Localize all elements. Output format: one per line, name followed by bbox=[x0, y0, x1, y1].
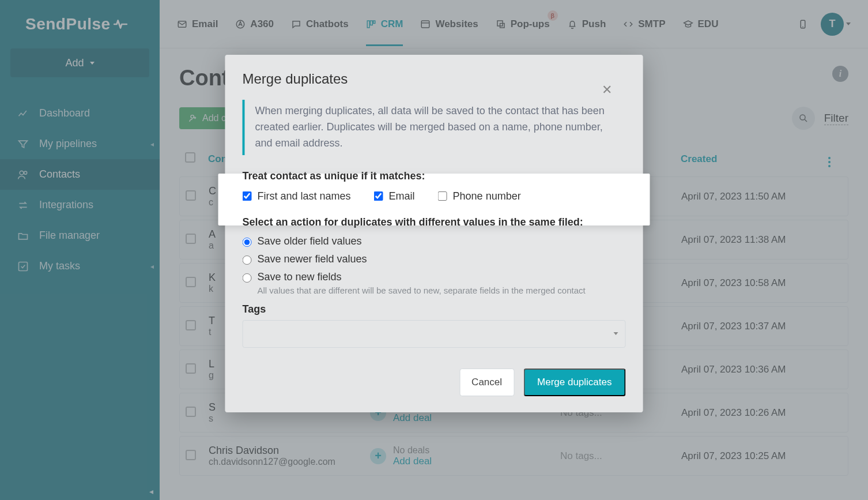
check-phone[interactable]: Phone number bbox=[438, 190, 521, 202]
radio-newer-label: Save newer field values bbox=[258, 253, 367, 265]
action-label: Select an action for duplicates with dif… bbox=[243, 216, 626, 228]
radio-newer-input[interactable] bbox=[243, 255, 252, 265]
unique-label: Treat contact as unique if it matches: bbox=[243, 170, 626, 182]
check-names[interactable]: First and last names bbox=[243, 190, 351, 202]
radio-older-label: Save older field values bbox=[258, 235, 362, 247]
modal-actions: Cancel Merge duplicates bbox=[243, 369, 626, 396]
radio-newfields-input[interactable] bbox=[243, 273, 252, 283]
merge-button[interactable]: Merge duplicates bbox=[523, 369, 625, 396]
close-icon[interactable]: ✕ bbox=[602, 82, 612, 97]
action-radios: Save older field values Save newer field… bbox=[243, 235, 626, 295]
unique-checks: First and last names Email Phone number bbox=[243, 190, 626, 202]
radio-older[interactable]: Save older field values bbox=[243, 235, 626, 247]
check-phone-input[interactable] bbox=[438, 191, 447, 201]
check-phone-label: Phone number bbox=[453, 190, 521, 202]
modal-title: Merge duplicates bbox=[243, 71, 626, 87]
tags-label: Tags bbox=[243, 303, 626, 315]
check-email[interactable]: Email bbox=[374, 190, 415, 202]
radio-newfields-desc: All values that are different will be sa… bbox=[258, 285, 626, 295]
check-email-input[interactable] bbox=[374, 191, 383, 201]
radio-newfields[interactable]: Save to new fields bbox=[243, 271, 626, 283]
modal-info: When merging duplicates, all data will b… bbox=[243, 100, 626, 155]
radio-newer[interactable]: Save newer field values bbox=[243, 253, 626, 265]
caret-down-icon bbox=[614, 332, 618, 335]
cancel-button[interactable]: Cancel bbox=[459, 369, 514, 396]
radio-newfields-label: Save to new fields bbox=[258, 271, 342, 283]
merge-duplicates-modal: ✕ Merge duplicates When merging duplicat… bbox=[225, 55, 643, 412]
check-email-label: Email bbox=[389, 190, 415, 202]
check-names-input[interactable] bbox=[243, 191, 252, 201]
radio-older-input[interactable] bbox=[243, 238, 252, 247]
tags-select[interactable] bbox=[243, 320, 626, 348]
check-names-label: First and last names bbox=[258, 190, 351, 202]
